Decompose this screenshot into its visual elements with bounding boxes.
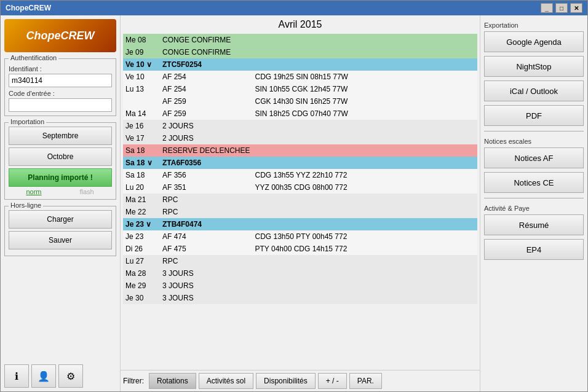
row-date: Je 23 ∨ bbox=[123, 218, 160, 230]
row-details bbox=[253, 194, 478, 206]
table-row[interactable]: Ma 14AF 259SIN 18h25 CDG 07h40 77W bbox=[123, 108, 477, 120]
resume-button[interactable]: Résumé bbox=[484, 214, 584, 235]
row-details bbox=[253, 280, 478, 292]
filter-plus-minus[interactable]: + / - bbox=[318, 373, 347, 389]
row-date: Sa 18 bbox=[123, 169, 160, 181]
row-code: ZTC5F0254 bbox=[160, 58, 253, 71]
table-row[interactable]: Di 26AF 475PTY 04h00 CDG 14h15 772 bbox=[123, 243, 477, 255]
table-row[interactable]: Sa 18AF 356CDG 13h55 YYZ 22h10 772 bbox=[123, 169, 477, 181]
activite-label: Activité & Paye bbox=[484, 205, 584, 212]
row-code: 3 JOURS bbox=[160, 292, 253, 304]
row-date bbox=[123, 95, 160, 108]
auth-group: Authentification Identifiant : Code d'en… bbox=[4, 58, 116, 116]
row-date: Ve 17 bbox=[123, 132, 160, 144]
exportation-label: Exportation bbox=[484, 22, 584, 29]
ep4-button[interactable]: EP4 bbox=[484, 239, 584, 260]
row-details bbox=[253, 267, 478, 280]
row-details bbox=[253, 292, 478, 304]
sauver-button[interactable]: Sauver bbox=[9, 231, 112, 249]
table-row[interactable]: Je 23 ∨ZTB4F0474 bbox=[123, 218, 477, 230]
ical-button[interactable]: iCal / Outlook bbox=[484, 80, 584, 101]
filter-bar: Filtrer: Rotations Activités sol Disponi… bbox=[121, 370, 480, 391]
pdf-button[interactable]: PDF bbox=[484, 105, 584, 126]
code-input[interactable] bbox=[9, 98, 112, 112]
table-row[interactable]: Ve 10AF 254CDG 19h25 SIN 08h15 77W bbox=[123, 71, 477, 83]
minimize-button[interactable]: _ bbox=[541, 3, 553, 13]
row-date: Je 30 bbox=[123, 292, 160, 304]
row-code: AF 259 bbox=[160, 95, 253, 108]
row-code: AF 254 bbox=[160, 83, 253, 95]
table-row[interactable]: Me 22RPC bbox=[123, 206, 477, 218]
filter-label: Filtrer: bbox=[123, 377, 144, 385]
row-date: Ma 21 bbox=[123, 194, 160, 206]
schedule-table-container[interactable]: Me 08CONGE CONFIRMEJe 09CONGE CONFIRMEVe… bbox=[123, 34, 477, 370]
maximize-button[interactable]: □ bbox=[555, 3, 568, 13]
titlebar: ChopeCREW _ □ ✕ bbox=[1, 1, 587, 15]
row-code: RPC bbox=[160, 194, 253, 206]
row-code: AF 474 bbox=[160, 230, 253, 243]
table-row[interactable]: Sa 18 ∨ZTA6F0356 bbox=[123, 157, 477, 169]
table-row[interactable]: Lu 27RPC bbox=[123, 255, 477, 267]
planning-button[interactable]: Planning importé ! bbox=[9, 168, 112, 187]
row-date: Je 23 bbox=[123, 230, 160, 243]
id-input[interactable] bbox=[9, 74, 112, 87]
filter-rotations[interactable]: Rotations bbox=[149, 373, 196, 389]
main-area: Avril 2015 Me 08CONGE CONFIRMEJe 09CONGE… bbox=[121, 15, 480, 391]
row-details: CDG 13h55 YYZ 22h10 772 bbox=[253, 169, 478, 181]
row-code: ZTA6F0356 bbox=[160, 157, 253, 169]
table-row[interactable]: Ma 283 JOURS bbox=[123, 267, 477, 280]
code-label: Code d'entrée : bbox=[9, 90, 112, 97]
norm-option[interactable]: norm bbox=[9, 188, 59, 195]
row-code: RESERVE DECLENCHEE bbox=[160, 144, 253, 157]
row-details: YYZ 00h35 CDG 08h00 772 bbox=[253, 181, 478, 194]
table-row[interactable]: Ve 172 JOURS bbox=[123, 132, 477, 144]
notices-af-button[interactable]: Notices AF bbox=[484, 147, 584, 168]
row-details bbox=[253, 157, 478, 169]
notices-label: Notices escales bbox=[484, 138, 584, 145]
row-code: CONGE CONFIRME bbox=[160, 46, 253, 58]
filter-par[interactable]: PAR. bbox=[349, 373, 382, 389]
row-details bbox=[253, 58, 478, 71]
table-row[interactable]: Je 23AF 474CDG 13h50 PTY 00h45 772 bbox=[123, 230, 477, 243]
user-button[interactable]: 👤 bbox=[31, 364, 56, 388]
table-row[interactable]: Je 162 JOURS bbox=[123, 120, 477, 132]
row-details bbox=[253, 144, 478, 157]
row-date: Di 26 bbox=[123, 243, 160, 255]
table-row[interactable]: Me 293 JOURS bbox=[123, 280, 477, 292]
close-button[interactable]: ✕ bbox=[570, 3, 582, 13]
table-row[interactable]: Sa 18RESERVE DECLENCHEE bbox=[123, 144, 477, 157]
row-code: CONGE CONFIRME bbox=[160, 34, 253, 46]
google-agenda-button[interactable]: Google Agenda bbox=[484, 31, 584, 52]
row-details: SIN 18h25 CDG 07h40 77W bbox=[253, 108, 478, 120]
main-window: ChopeCREW _ □ ✕ ChopeCREW Authentificati… bbox=[0, 0, 588, 392]
filter-activites[interactable]: Activités sol bbox=[199, 373, 253, 389]
table-row[interactable]: AF 259CGK 14h30 SIN 16h25 77W bbox=[123, 95, 477, 108]
settings-button[interactable]: ⚙ bbox=[58, 364, 83, 388]
table-row[interactable]: Ma 21RPC bbox=[123, 194, 477, 206]
row-code: RPC bbox=[160, 206, 253, 218]
table-row[interactable]: Ve 10 ∨ZTC5F0254 bbox=[123, 58, 477, 71]
table-row[interactable]: Me 08CONGE CONFIRME bbox=[123, 34, 477, 46]
row-date: Ma 28 bbox=[123, 267, 160, 280]
filter-disponibilites[interactable]: Disponibilités bbox=[256, 373, 316, 389]
octobre-button[interactable]: Octobre bbox=[9, 147, 112, 166]
row-details bbox=[253, 132, 478, 144]
row-date: Lu 13 bbox=[123, 83, 160, 95]
table-row[interactable]: Je 303 JOURS bbox=[123, 292, 477, 304]
bottom-icons: ℹ 👤 ⚙ bbox=[4, 362, 116, 388]
table-row[interactable]: Lu 20AF 351YYZ 00h35 CDG 08h00 772 bbox=[123, 181, 477, 194]
row-date: Sa 18 ∨ bbox=[123, 157, 160, 169]
septembre-button[interactable]: Septembre bbox=[9, 127, 112, 145]
row-code: AF 351 bbox=[160, 181, 253, 194]
row-date: Me 22 bbox=[123, 206, 160, 218]
table-row[interactable]: Lu 13AF 254SIN 10h55 CGK 12h45 77W bbox=[123, 83, 477, 95]
nightstop-button[interactable]: NightStop bbox=[484, 56, 584, 77]
importation-group: Importation Septembre Octobre Planning i… bbox=[4, 122, 116, 200]
flash-option[interactable]: flash bbox=[62, 188, 112, 195]
row-code: 3 JOURS bbox=[160, 280, 253, 292]
row-date: Me 29 bbox=[123, 280, 160, 292]
info-button[interactable]: ℹ bbox=[4, 364, 29, 388]
charger-button[interactable]: Charger bbox=[9, 210, 112, 229]
table-row[interactable]: Je 09CONGE CONFIRME bbox=[123, 46, 477, 58]
notices-ce-button[interactable]: Notices CE bbox=[484, 172, 584, 193]
